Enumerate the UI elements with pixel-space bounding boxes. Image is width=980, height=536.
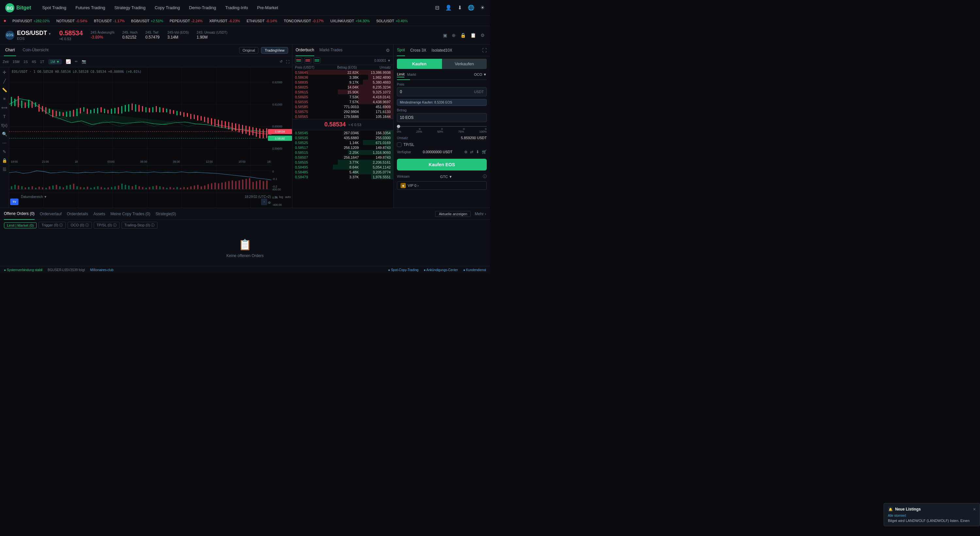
nav-trading-info[interactable]: Trading-Info xyxy=(222,4,251,11)
order-type-markt[interactable]: Markt xyxy=(407,72,416,77)
tab-coin-overview[interactable]: Coin-Übersicht xyxy=(21,45,50,56)
ob-bid-row[interactable]: 0.58485 5.48K 3,205.0774 xyxy=(293,170,393,175)
ticker-bgb[interactable]: BGB/USDT +2.51% xyxy=(131,19,163,23)
tab-offene-orders[interactable]: Offene Orders (0) xyxy=(4,208,35,220)
symbol-selector[interactable]: EOS/USDT ▼ EOS xyxy=(17,30,51,40)
deposit-icon[interactable]: ⊕ xyxy=(464,150,468,154)
betrag-input[interactable]: 10 EOS xyxy=(397,113,487,122)
user-icon[interactable]: 👤 xyxy=(445,5,452,11)
amount-slider[interactable]: 0% 25% 50% 75% 100% xyxy=(394,125,490,136)
ob-ask-row[interactable]: 0.58575 292.9804 171.6133 xyxy=(293,109,393,114)
ob-bid-row[interactable]: 0.58545 267.0346 156.3354 xyxy=(293,130,393,135)
slider-handle[interactable] xyxy=(397,125,400,128)
tpsl-checkbox[interactable] xyxy=(397,142,401,147)
ob-ask-row[interactable]: 0.58605 7.53K 4,418.0141 xyxy=(293,94,393,99)
nav-strategy-trading[interactable]: Strategy Trading xyxy=(111,4,149,11)
filter-limit-market[interactable]: Limit | Market (0) xyxy=(4,223,37,228)
filter-trigger[interactable]: Trigger (0) ⓘ xyxy=(38,222,66,229)
wallet-icon[interactable]: ⊟ xyxy=(435,5,439,11)
transfer-icon[interactable]: ⇄ xyxy=(470,150,473,154)
ticker-uxlink[interactable]: UXLINK/USDT +94.30% xyxy=(330,19,369,23)
tab-orderverlauf[interactable]: Orderverlauf xyxy=(40,208,62,220)
submit-buy-button[interactable]: Kaufen EOS xyxy=(397,159,487,170)
announcements-link[interactable]: ● Ankündigungs-Center xyxy=(424,268,458,272)
ob-ask-row[interactable]: 0.58645 22.82K 13,386.9938 xyxy=(293,70,393,75)
filter-tpsl[interactable]: TP/SL (0) ⓘ xyxy=(94,222,119,229)
nav-futures-trading[interactable]: Futures Trading xyxy=(72,4,108,11)
millionaires-club-link[interactable]: Millionaires-club xyxy=(90,268,114,272)
filter-oco[interactable]: OCO (0) ⓘ xyxy=(68,222,92,229)
tf-active[interactable]: 1M ▼ xyxy=(48,59,62,64)
ob-bid-row[interactable]: 0.58479 3.37K 1,976.5551 xyxy=(293,175,393,179)
view-original-btn[interactable]: Original xyxy=(239,47,259,54)
ob-ask-row[interactable]: 0.58595 7.57K 4,438.9697 xyxy=(293,99,393,104)
chart-refresh-icon[interactable]: ↺ xyxy=(280,59,283,64)
filter-trailing[interactable]: Trailing-Stop (0) ⓘ xyxy=(121,222,158,229)
ob-ask-row[interactable]: 0.58025 14.04K 8,235.3234 xyxy=(293,84,393,89)
sell-button[interactable]: Verkaufen xyxy=(442,59,487,69)
vip-row[interactable]: ◆ VIP 0 › xyxy=(397,181,487,190)
ob-ask-row[interactable]: 0.58636 3.38K 1,982.4890 xyxy=(293,75,393,80)
chart-tool-linetype[interactable]: 📈 xyxy=(66,59,71,64)
ticker-pepe[interactable]: PEPE/USDT -2.24% xyxy=(170,19,202,23)
tab-isolated10x[interactable]: Isolated10X xyxy=(431,45,452,56)
tf-15m[interactable]: 15M xyxy=(13,60,19,64)
theme-icon[interactable]: ☀ xyxy=(480,5,485,11)
view-tradingview-btn[interactable]: TradingView xyxy=(261,47,288,54)
chart-pct-icon[interactable]: % xyxy=(274,195,277,199)
tf-1s[interactable]: 1S xyxy=(24,60,28,64)
ob-ask-row[interactable]: 0.58565 179.5686 105.1644 xyxy=(293,114,393,119)
ticker-ton[interactable]: TONCOIN/USDT -0.17% xyxy=(284,19,324,23)
zoom-tool[interactable]: 🔍 xyxy=(2,132,7,137)
preis-input[interactable]: 0 USDT xyxy=(397,87,487,96)
header-icon-1[interactable]: ▣ xyxy=(443,33,447,38)
wirksam-info-icon[interactable]: ⓘ xyxy=(483,174,487,179)
tab-assets[interactable]: Assets xyxy=(94,208,105,220)
ob-filter-icon[interactable]: ⚙ xyxy=(386,48,390,53)
download-icon[interactable]: ⬇ xyxy=(458,5,462,11)
nav-demo-trading[interactable]: Demo-Trading xyxy=(186,4,220,11)
date-range-control[interactable]: Datumsbereich ▼ xyxy=(21,195,47,199)
nav-copy-trading[interactable]: Copy Trading xyxy=(151,4,183,11)
header-settings-icon[interactable]: ⚙ xyxy=(480,33,485,38)
header-icon-3[interactable]: 🔒 xyxy=(460,33,466,38)
aktuelle-anzeigen-btn[interactable]: Aktuelle anzeigen xyxy=(435,211,471,217)
tf-1t[interactable]: 1T xyxy=(40,60,45,64)
globe-icon[interactable]: 🌐 xyxy=(468,5,474,11)
spot-copy-status[interactable]: ● Spot-Copy-Trading xyxy=(388,268,418,272)
ob-bid-row[interactable]: 0.58507 256.1647 149.8743 xyxy=(293,155,393,160)
header-icon-2[interactable]: ⊕ xyxy=(452,33,456,38)
tf-4s[interactable]: 4S xyxy=(32,60,36,64)
chart-settings-icon[interactable]: ⚙ xyxy=(268,201,271,204)
symbol-info[interactable]: EOS EOS/USDT ▼ EOS xyxy=(5,30,51,40)
ob-bid-row[interactable]: 0.58515 2.25K 1,316.9093 xyxy=(293,150,393,155)
customer-service-link[interactable]: ● Kundendienst xyxy=(463,268,486,272)
nav-pre-market[interactable]: Pre-Market xyxy=(254,4,281,11)
expand-panel-icon[interactable]: ⛶ xyxy=(482,48,487,53)
order-type-limit[interactable]: Limit xyxy=(397,72,404,77)
buy-button[interactable]: Kaufen xyxy=(397,59,442,69)
indicator-tool[interactable]: f(x) xyxy=(1,123,8,128)
ob-bid-row[interactable]: 0.58495 8.64K 5,054.1142 xyxy=(293,165,393,170)
ticker-eth[interactable]: ETH/USDT -0.14% xyxy=(247,19,277,23)
ob-bid-row[interactable]: 0.58535 435.6880 255.0300 xyxy=(293,135,393,140)
ob-bid-row[interactable]: 0.58525 1.14K 671.0169 xyxy=(293,140,393,145)
ob-bid-row[interactable]: 0.58517 256.1209 149.8743 xyxy=(293,145,393,150)
nav-spot-trading[interactable]: Spot Trading xyxy=(39,4,70,11)
logo[interactable]: BG Bitget xyxy=(5,3,31,13)
ticker-btc[interactable]: BTC/USDT -1.17% xyxy=(94,19,124,23)
layers-tool[interactable]: ☰ xyxy=(3,167,6,172)
ticker-pixfi[interactable]: PIXFI/USDT +282.02% xyxy=(13,19,50,23)
tab-strategie[interactable]: Strategie(0) xyxy=(156,208,176,220)
measure-tool[interactable]: ⟺ xyxy=(1,105,8,110)
fib-tool[interactable]: ≡ xyxy=(3,96,6,101)
more-tools[interactable]: ⋯ xyxy=(2,140,6,145)
chart-expand-icon[interactable]: ⛶ xyxy=(286,59,290,64)
chart-tool-camera[interactable]: 📷 xyxy=(82,59,86,64)
tab-cross3x[interactable]: Cross 3X xyxy=(410,45,426,56)
magnet-tool[interactable]: ✎ xyxy=(3,149,6,154)
text-tool[interactable]: T xyxy=(3,114,6,119)
tab-spot[interactable]: Spot xyxy=(397,45,405,56)
chart-auto-icon[interactable]: auto xyxy=(285,195,291,199)
tab-orderbuch[interactable]: Orderbuch xyxy=(296,45,314,56)
